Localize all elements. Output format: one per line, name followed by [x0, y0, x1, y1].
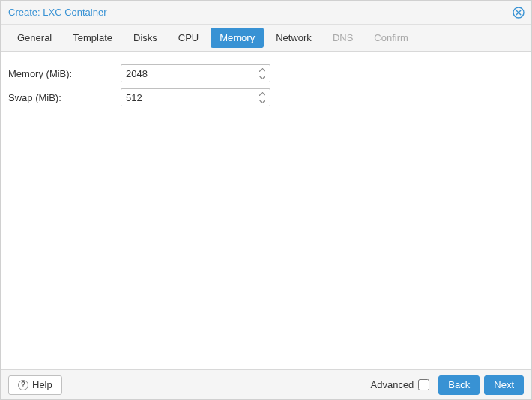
close-icon	[513, 7, 525, 19]
swap-label: Swap (MiB):	[8, 92, 121, 103]
tab-panel-memory: Memory (MiB): Swap (MiB):	[1, 52, 531, 369]
tab-network[interactable]: Network	[267, 28, 321, 48]
window-title: Create: LXC Container	[8, 7, 512, 18]
titlebar: Create: LXC Container	[1, 1, 531, 25]
wizard-tabs: GeneralTemplateDisksCPUMemoryNetworkDNSC…	[1, 25, 531, 52]
chevron-down-icon	[259, 76, 265, 79]
memory-step-up[interactable]	[256, 66, 269, 73]
memory-input[interactable]	[121, 64, 270, 82]
tab-disks[interactable]: Disks	[124, 28, 166, 48]
field-row-memory: Memory (MiB):	[8, 62, 524, 85]
swap-input[interactable]	[121, 88, 270, 106]
help-button-label: Help	[32, 379, 52, 390]
swap-spinner	[121, 88, 270, 106]
tab-cpu[interactable]: CPU	[169, 28, 208, 48]
advanced-toggle[interactable]: Advanced	[371, 379, 430, 390]
chevron-up-icon	[259, 92, 265, 96]
close-button[interactable]	[512, 6, 525, 19]
dialog-create-lxc-container: Create: LXC Container GeneralTemplateDis…	[0, 0, 532, 400]
memory-step-down[interactable]	[256, 73, 269, 81]
back-button[interactable]: Back	[438, 375, 480, 395]
swap-step-down[interactable]	[256, 97, 269, 105]
help-button[interactable]: ? Help	[8, 375, 62, 395]
memory-spinner	[121, 64, 270, 82]
chevron-up-icon	[259, 68, 265, 72]
tab-dns: DNS	[324, 28, 362, 48]
dialog-footer: ? Help Advanced Back Next	[1, 369, 531, 399]
field-row-swap: Swap (MiB):	[8, 86, 524, 109]
swap-step-up[interactable]	[256, 90, 269, 97]
swap-spinner-arrows	[255, 89, 270, 106]
memory-label: Memory (MiB):	[8, 68, 121, 79]
tab-memory[interactable]: Memory	[211, 28, 264, 48]
back-button-label: Back	[448, 379, 470, 390]
chevron-down-icon	[259, 100, 265, 103]
tab-template[interactable]: Template	[64, 28, 121, 48]
help-icon: ?	[18, 380, 28, 390]
advanced-checkbox[interactable]	[418, 379, 429, 390]
tab-general[interactable]: General	[8, 28, 61, 48]
advanced-label: Advanced	[371, 379, 414, 390]
next-button[interactable]: Next	[484, 375, 524, 395]
next-button-label: Next	[494, 379, 514, 390]
memory-spinner-arrows	[255, 65, 270, 82]
tab-confirm: Confirm	[365, 28, 417, 48]
